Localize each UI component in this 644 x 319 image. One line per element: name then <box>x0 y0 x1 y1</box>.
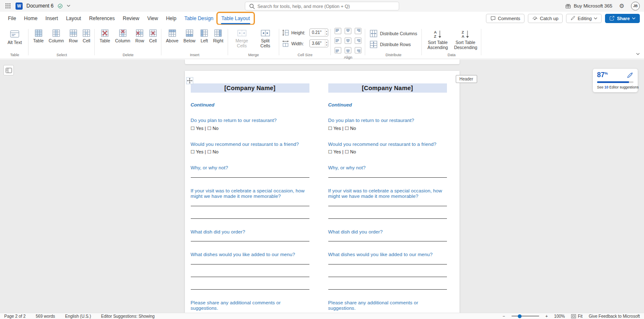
survey-question[interactable]: Do you plan to return to our restaurant? <box>328 118 447 124</box>
survey-question[interactable]: Would you recommend our restaurant to a … <box>328 142 447 148</box>
survey-question[interactable]: Would you recommend our restaurant to a … <box>191 142 309 148</box>
yes-no-checkboxes[interactable]: ☐ Yes | ☐ No <box>328 126 447 131</box>
answer-line[interactable] <box>328 200 447 206</box>
delete-row-button[interactable]: Row <box>133 28 146 45</box>
align-center-button[interactable] <box>343 37 353 44</box>
answer-line[interactable] <box>191 258 309 265</box>
answer-line[interactable] <box>191 200 309 206</box>
insert-left-button[interactable]: Left <box>198 28 210 45</box>
zoom-slider-handle[interactable] <box>518 314 522 318</box>
settings-gear-icon[interactable]: ⚙ <box>619 3 624 9</box>
feedback-link[interactable]: Give Feedback to Microsoft <box>589 314 640 319</box>
survey-question[interactable]: Why, or why not? <box>191 165 309 171</box>
tab-view[interactable]: View <box>143 13 162 24</box>
collapse-ribbon-icon[interactable] <box>636 53 640 55</box>
answer-line[interactable] <box>328 277 447 290</box>
yes-no-checkboxes[interactable]: ☐ Yes | ☐ No <box>191 126 309 131</box>
align-center-right-button[interactable] <box>353 37 363 44</box>
account-avatar[interactable]: JB <box>631 2 640 10</box>
answer-line[interactable] <box>328 265 447 277</box>
alt-text-button[interactable]: Alt Text <box>3 28 26 47</box>
zoom-in-button[interactable]: + <box>545 314 548 319</box>
tab-help[interactable]: Help <box>162 13 180 24</box>
align-bottom-right-button[interactable] <box>353 47 363 54</box>
delete-column-button[interactable]: Column <box>113 28 132 45</box>
align-top-center-button[interactable] <box>343 27 353 35</box>
page-indicator[interactable]: Page 2 of 2 <box>4 314 26 319</box>
fit-button[interactable]: Fit <box>571 314 582 319</box>
editor-suggestions-status[interactable]: Editor Suggestions: Showing <box>101 314 155 319</box>
survey-question[interactable]: If your visit was to celebrate a special… <box>328 188 447 200</box>
survey-question[interactable]: What dish did you order? <box>328 229 447 235</box>
height-stepper[interactable]: ▴▾ <box>325 29 328 36</box>
answer-line[interactable] <box>191 277 309 290</box>
align-bottom-left-button[interactable] <box>333 47 343 54</box>
tab-file[interactable]: File <box>4 13 20 24</box>
editor-suggestions-link[interactable]: See 10 Editor suggestions <box>597 85 634 89</box>
app-launcher-button[interactable] <box>4 2 12 10</box>
select-column-button[interactable]: Column <box>47 28 66 45</box>
align-bottom-center-button[interactable] <box>343 47 353 54</box>
editor-score-card[interactable]: 87% See 10 Editor suggestions <box>593 69 638 92</box>
tab-table-design[interactable]: Table Design <box>181 13 217 24</box>
tab-review[interactable]: Review <box>119 13 143 24</box>
insert-below-button[interactable]: Below <box>182 28 198 45</box>
yes-no-checkboxes[interactable]: ☐ Yes | ☐ No <box>191 149 309 155</box>
tab-insert[interactable]: Insert <box>42 13 62 24</box>
survey-question[interactable]: Do you plan to return to our restaurant? <box>191 118 309 124</box>
delete-table-button[interactable]: Table <box>97 28 112 45</box>
insert-right-button[interactable]: Right <box>211 28 226 45</box>
survey-question[interactable]: If your visit was to celebrate a special… <box>191 188 309 200</box>
answer-line[interactable] <box>328 235 447 241</box>
tab-home[interactable]: Home <box>20 13 41 24</box>
continued-label[interactable]: Continued <box>191 102 309 107</box>
chevron-down-icon[interactable] <box>67 5 70 7</box>
answer-line[interactable] <box>328 171 447 178</box>
tab-references[interactable]: References <box>85 13 118 24</box>
answer-line[interactable] <box>191 265 309 277</box>
tab-table-layout[interactable]: Table Layout <box>218 13 254 24</box>
delete-cell-button[interactable]: Cell <box>147 28 159 45</box>
yes-no-checkboxes[interactable]: ☐ Yes | ☐ No <box>328 149 447 155</box>
table-move-handle[interactable] <box>186 77 193 84</box>
align-top-left-button[interactable] <box>333 27 343 35</box>
survey-question[interactable]: What dish did you order? <box>191 229 309 235</box>
split-cells-button[interactable]: Split Cells <box>254 28 277 50</box>
document-page[interactable]: Header [Company Name]ContinuedDo you pla… <box>185 71 460 313</box>
company-name-header[interactable]: [Company Name] <box>191 83 309 93</box>
word-count[interactable]: 569 words <box>36 314 55 319</box>
navigation-pane-toggle[interactable] <box>3 65 14 75</box>
survey-question[interactable]: What dishes would you like added to our … <box>191 252 309 258</box>
autosave-status-icon[interactable] <box>57 3 63 9</box>
search-input[interactable] <box>257 4 395 9</box>
survey-question[interactable]: What dishes would you like added to our … <box>328 252 447 258</box>
row-height-input[interactable] <box>310 30 325 35</box>
column-width-input[interactable] <box>310 41 325 46</box>
distribute-rows-button[interactable]: Distribute Rows <box>368 39 419 49</box>
merge-cells-button[interactable]: Merge Cells <box>231 28 253 50</box>
catch-up-button[interactable]: Catch up <box>528 14 563 23</box>
width-stepper[interactable]: ▴▾ <box>325 40 328 47</box>
select-table-button[interactable]: Table <box>31 28 46 45</box>
survey-question[interactable]: Please share any additional comments or … <box>328 300 447 311</box>
align-center-left-button[interactable] <box>333 37 343 44</box>
answer-line[interactable] <box>191 206 309 219</box>
document-title[interactable]: Document 6 <box>26 3 54 9</box>
select-cell-button[interactable]: Cell <box>80 28 92 45</box>
survey-question[interactable]: Why, or why not? <box>328 165 447 171</box>
sort-table-descending-button[interactable]: ZA Sort Table Descending <box>452 28 479 52</box>
buy-microsoft-365-button[interactable]: Buy Microsoft 365 <box>565 3 612 9</box>
answer-line[interactable] <box>191 171 309 178</box>
company-name-header[interactable]: [Company Name] <box>328 83 447 93</box>
zoom-level[interactable]: 100% <box>554 314 565 319</box>
answer-line[interactable] <box>328 206 447 219</box>
tab-layout[interactable]: Layout <box>62 13 85 24</box>
survey-question[interactable]: Please share any additional comments or … <box>191 300 309 311</box>
language-indicator[interactable]: English (U.S.) <box>65 314 91 319</box>
search-bar[interactable] <box>245 2 399 10</box>
comments-button[interactable]: Comments <box>486 14 525 23</box>
insert-above-button[interactable]: Above <box>164 28 181 45</box>
editing-mode-dropdown[interactable]: Editing <box>566 14 602 23</box>
word-logo[interactable]: W <box>16 3 23 10</box>
align-top-right-button[interactable] <box>353 27 363 35</box>
